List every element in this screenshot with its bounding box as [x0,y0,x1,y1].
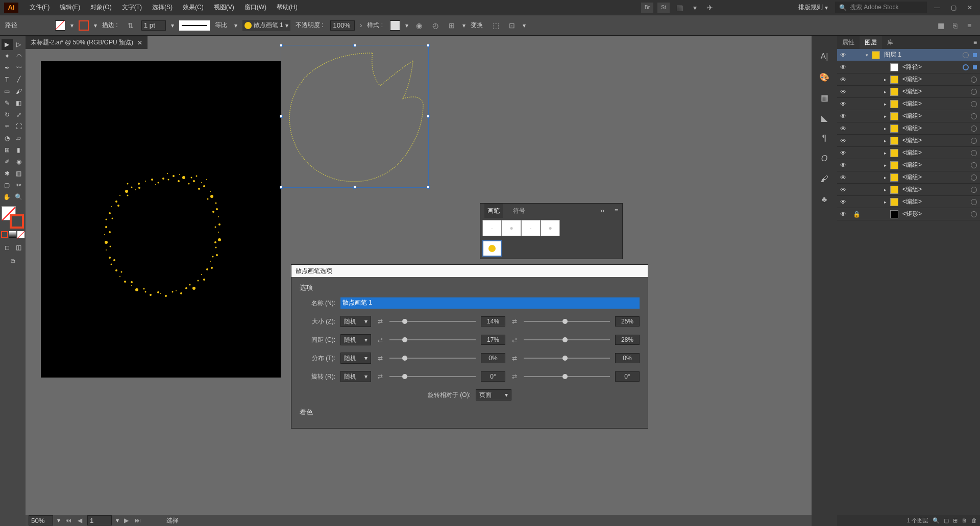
isolate-icon[interactable]: ⬚ [490,20,501,31]
slider-1[interactable] [389,339,476,340]
eyedropper-tool[interactable]: ✐ [2,156,13,167]
menu-type[interactable]: 文字(T) [117,3,147,12]
layer-row[interactable]: 👁▾图层 1 [837,49,980,61]
chevron-down-icon[interactable]: ▾ [523,22,526,29]
target-icon[interactable] [963,52,969,58]
disclosure-icon[interactable]: ▸ [882,175,888,180]
screen-mode-icon[interactable]: ⧉ [7,256,18,267]
close-tab-icon[interactable]: ✕ [137,39,142,46]
layer-row[interactable]: 👁▸<编组> [837,196,980,208]
disclosure-icon[interactable]: ▸ [882,114,888,119]
brush-item[interactable]: · [482,220,502,236]
shaper-tool[interactable]: ✎ [2,97,13,109]
style-label[interactable]: 样式 : [367,21,383,30]
close-icon[interactable]: ✕ [964,4,976,11]
magic-wand-tool[interactable]: ✦ [2,51,13,62]
tab-libraries[interactable]: 库 [882,36,898,49]
layer-row[interactable]: 👁<路径> [837,61,980,73]
disclosure-icon[interactable]: ▾ [864,53,870,58]
swatches-panel-icon[interactable]: ▦ [819,92,830,103]
variable-width-profile[interactable] [179,20,210,31]
chevron-down-icon[interactable]: ▾ [234,22,237,29]
document-tab[interactable]: 未标题-2.ai* @ 50% (RGB/GPU 预览) ✕ [26,36,148,49]
gradient-mode-icon[interactable] [9,231,16,238]
layer-name[interactable]: <编组> [900,99,969,108]
workspace-switcher[interactable]: 排版规则 ▾ [795,2,831,13]
value-1[interactable]: 0° [481,371,505,382]
handle-tm[interactable] [353,44,356,47]
visibility-icon[interactable]: 👁 [837,186,849,193]
target-icon[interactable] [971,211,977,217]
brushes-panel-icon[interactable]: 🖌 [819,173,830,185]
target-icon[interactable] [971,187,977,193]
maximize-icon[interactable]: ▢ [947,4,960,11]
gradient-tool[interactable]: ▮ [13,144,24,156]
disclosure-icon[interactable]: ▸ [882,126,888,131]
hand-tool[interactable]: ✋ [2,191,13,203]
draw-behind-icon[interactable]: ◫ [13,242,24,253]
rotate-relative-select[interactable]: 页面▾ [476,389,511,400]
value-1[interactable]: 0% [481,353,505,363]
zoom-tool[interactable]: 🔍 [13,191,24,203]
gradient-panel-icon[interactable]: ◣ [819,112,830,123]
layer-row[interactable]: 👁▸<编组> [837,98,980,110]
visibility-icon[interactable]: 👁 [837,149,849,157]
menu-edit[interactable]: 编辑(E) [55,3,85,12]
first-artboard-icon[interactable]: ⏮ [64,517,72,524]
layer-row[interactable]: 👁▸<编组> [837,110,980,122]
value-1[interactable]: 14% [481,316,505,327]
disclosure-icon[interactable]: ▸ [882,89,888,94]
tab-properties[interactable]: 属性 [837,36,860,49]
slider-1[interactable] [389,358,476,359]
character-panel-icon[interactable]: A| [819,51,830,62]
make-clipping-icon[interactable]: ▢ [944,517,949,524]
layer-row[interactable]: 👁▸<编组> [837,122,980,135]
target-icon[interactable] [971,199,977,205]
brush-item[interactable]: · [521,220,541,236]
color-panel-icon[interactable]: 🎨 [819,71,830,83]
disclosure-icon[interactable]: ▸ [882,151,888,156]
locate-icon[interactable]: 🔍 [933,517,940,524]
layer-name[interactable]: <编组> [900,136,969,145]
target-icon[interactable] [971,150,977,156]
menu-object[interactable]: 对象(O) [85,3,116,12]
color-mode-icon[interactable] [1,231,8,238]
handle-bm[interactable] [353,186,356,189]
link-icon[interactable]: ⇄ [510,373,519,380]
paintbrush-tool[interactable]: 🖌 [13,86,24,97]
stroke-weight-input[interactable] [141,20,166,31]
arrange-docs-icon[interactable]: ▦ [674,2,685,13]
doc-setup-icon[interactable]: ▦ [935,20,946,31]
slider-2[interactable] [524,358,610,359]
link-icon[interactable]: ⇄ [376,336,384,343]
new-sublayer-icon[interactable]: ⊞ [953,517,958,524]
target-icon[interactable] [963,64,969,70]
value-2[interactable]: 25% [615,316,640,327]
opentype-panel-icon[interactable]: O [819,153,830,164]
menu-view[interactable]: 视图(V) [209,3,239,12]
slider-2[interactable] [524,321,610,322]
layer-row[interactable]: 👁🔒<矩形> [837,208,980,220]
layer-name[interactable]: <路径> [900,63,961,71]
layer-name[interactable]: <编组> [900,148,969,157]
symbol-sprayer-tool[interactable]: ✱ [2,168,13,179]
menu-file[interactable]: 文件(F) [24,3,55,12]
visibility-icon[interactable]: 👁 [837,88,849,95]
graph-tool[interactable]: ▥ [13,168,24,179]
target-icon[interactable] [971,138,977,144]
recolor-icon[interactable]: ◴ [430,20,441,31]
disclosure-icon[interactable]: ▸ [882,102,888,107]
tab-symbols[interactable]: 符号 [510,204,528,218]
width-tool[interactable]: ⫧ [2,121,13,132]
menu-effect[interactable]: 效果(C) [178,3,209,12]
artboard-tool[interactable]: ▢ [2,180,13,191]
layer-row[interactable]: 👁▸<编组> [837,184,980,196]
visibility-icon[interactable]: 👁 [837,76,849,83]
free-transform-tool[interactable]: ⛶ [13,121,24,132]
brush-selector[interactable]: 散点画笔 1 ▾ [242,20,290,31]
handle-mr[interactable] [427,115,430,118]
transform-label[interactable]: 变换 [471,21,483,30]
link-icon[interactable]: ⇄ [510,336,519,343]
target-icon[interactable] [971,113,977,119]
link-icon[interactable]: ⇄ [376,373,384,380]
